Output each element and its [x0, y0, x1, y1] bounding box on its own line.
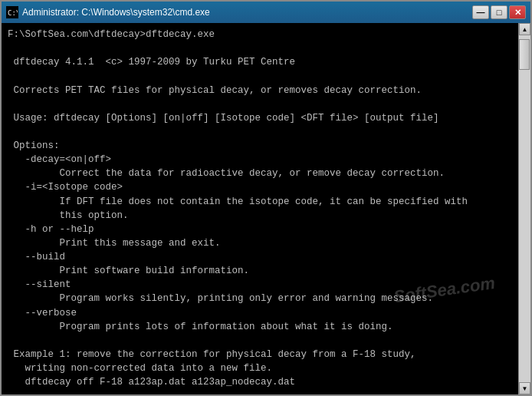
scroll-thumb[interactable]	[519, 39, 530, 70]
minimize-button[interactable]: —	[472, 5, 489, 19]
scroll-up-button[interactable]: ▲	[519, 23, 530, 35]
scrollbar[interactable]: ▲ ▼	[518, 23, 530, 394]
terminal[interactable]: SoftSea.com F:\SoftSea.com\dftdecay>dftd…	[2, 23, 518, 394]
title-bar: C:\ Administrator: C:\Windows\system32\c…	[2, 2, 530, 23]
cmd-icon: C:\	[6, 6, 18, 18]
title-bar-left: C:\ Administrator: C:\Windows\system32\c…	[6, 6, 210, 18]
terminal-content: F:\SoftSea.com\dftdecay>dftdecay.exe dft…	[8, 28, 512, 394]
maximize-button[interactable]: □	[491, 5, 507, 19]
content-area: SoftSea.com F:\SoftSea.com\dftdecay>dftd…	[2, 23, 530, 394]
scroll-track[interactable]	[519, 35, 530, 382]
window-title: Administrator: C:\Windows\system32\cmd.e…	[22, 7, 210, 18]
window: C:\ Administrator: C:\Windows\system32\c…	[0, 0, 532, 396]
close-button[interactable]: ✕	[509, 5, 526, 19]
scroll-down-button[interactable]: ▼	[519, 382, 530, 394]
title-bar-buttons: — □ ✕	[472, 5, 526, 19]
svg-text:C:\: C:\	[8, 9, 18, 17]
